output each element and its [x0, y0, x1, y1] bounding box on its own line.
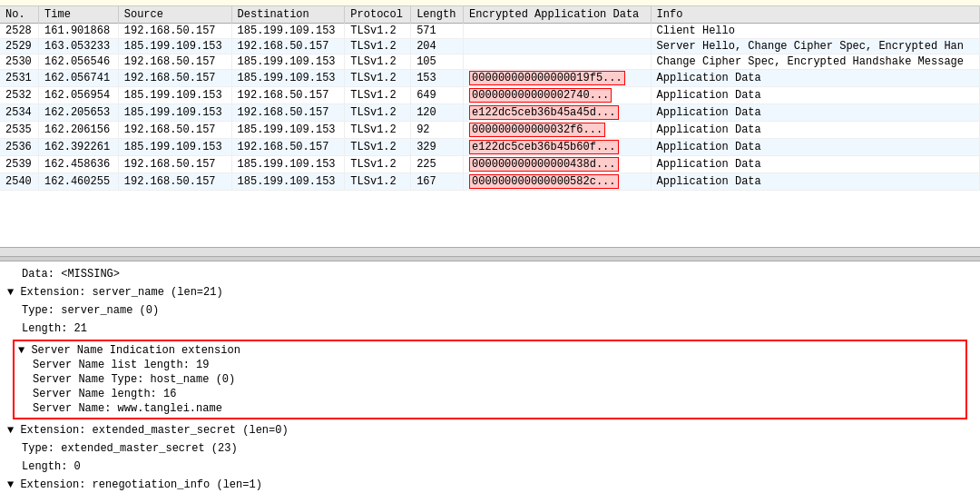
table-row[interactable]: 2535 162.206156 192.168.50.157 185.199.1…	[0, 122, 980, 139]
horizontal-scrollbar[interactable]	[0, 247, 980, 256]
detail-line: ▼ Extension: server_name (len=21)	[0, 283, 980, 301]
packet-list-pane: No. Time Source Destination Protocol Len…	[0, 6, 980, 247]
cell-no: 2535	[0, 122, 39, 139]
detail-lines-before: Data: <MISSING>▼ Extension: server_name …	[0, 265, 980, 338]
table-row[interactable]: 2528 161.901868 192.168.50.157 185.199.1…	[0, 24, 980, 39]
cell-proto: TLSv1.2	[345, 139, 411, 156]
table-row[interactable]: 2532 162.056954 185.199.109.153 192.168.…	[0, 87, 980, 104]
cell-proto: TLSv1.2	[345, 156, 411, 173]
cell-source: 185.199.109.153	[118, 39, 231, 54]
detail-line: ▼ Extension: extended_master_secret (len…	[0, 421, 980, 439]
col-time: Time	[39, 6, 119, 24]
sni-item: Server Name length: 16	[18, 387, 962, 401]
col-destination: Destination	[231, 6, 345, 24]
cell-time: 162.056954	[39, 87, 119, 104]
cell-length: 204	[411, 39, 464, 54]
cell-length: 649	[411, 87, 464, 104]
cell-time: 163.053233	[39, 39, 119, 54]
col-protocol: Protocol	[345, 6, 411, 24]
sni-item: Server Name list length: 19	[18, 358, 962, 372]
detail-line: Type: extended_master_secret (23)	[0, 439, 980, 458]
cell-no: 2540	[0, 173, 39, 191]
cell-info: Application Data	[651, 156, 979, 173]
cell-proto: TLSv1.2	[345, 173, 411, 191]
cell-source: 185.199.109.153	[118, 139, 231, 156]
cell-info: Client Hello	[651, 24, 979, 39]
cell-no: 2539	[0, 156, 39, 173]
detail-pane[interactable]: Data: <MISSING>▼ Extension: server_name …	[0, 261, 980, 493]
table-row[interactable]: 2534 162.205653 185.199.109.153 192.168.…	[0, 104, 980, 122]
cell-source: 192.168.50.157	[118, 156, 231, 173]
table-row[interactable]: 2540 162.460255 192.168.50.157 185.199.1…	[0, 173, 980, 191]
cell-dest: 192.168.50.157	[231, 39, 345, 54]
cell-encrypted: 000000000000000582c...	[464, 173, 651, 191]
cell-proto: TLSv1.2	[345, 104, 411, 122]
sni-item: Server Name: www.tanglei.name	[18, 401, 962, 416]
cell-time: 161.901868	[39, 24, 119, 39]
cell-length: 167	[411, 173, 464, 191]
encrypted-value: 000000000000000438d...	[469, 157, 618, 172]
col-encrypted: Encrypted Application Data	[464, 6, 651, 24]
detail-line: Type: server_name (0)	[0, 301, 980, 320]
cell-time: 162.056546	[39, 54, 119, 70]
cell-encrypted	[464, 39, 651, 54]
sni-box: ▼ Server Name Indication extension Serve…	[13, 340, 967, 419]
sni-item: Server Name Type: host_name (0)	[18, 372, 962, 387]
cell-encrypted	[464, 54, 651, 70]
cell-length: 153	[411, 70, 464, 87]
col-length: Length	[411, 6, 464, 24]
encrypted-value: 000000000000032f6...	[469, 123, 605, 137]
cell-no: 2529	[0, 39, 39, 54]
cell-info: Application Data	[651, 139, 979, 156]
cell-time: 162.460255	[39, 173, 119, 191]
cell-dest: 185.199.109.153	[231, 24, 345, 39]
cell-proto: TLSv1.2	[345, 54, 411, 70]
filter-bar	[0, 0, 980, 6]
sni-items: Server Name list length: 19Server Name T…	[18, 358, 962, 416]
packet-tbody: 2528 161.901868 192.168.50.157 185.199.1…	[0, 24, 980, 191]
cell-dest: 185.199.109.153	[231, 122, 345, 139]
detail-line: Length: 21	[0, 320, 980, 338]
cell-dest: 192.168.50.157	[231, 104, 345, 122]
cell-dest: 185.199.109.153	[231, 156, 345, 173]
encrypted-value: 000000000000002740...	[469, 88, 612, 103]
cell-encrypted: 000000000000032f6...	[464, 122, 651, 139]
cell-length: 225	[411, 156, 464, 173]
cell-info: Application Data	[651, 173, 979, 191]
cell-source: 192.168.50.157	[118, 24, 231, 39]
sni-header: ▼ Server Name Indication extension	[18, 343, 962, 358]
cell-proto: TLSv1.2	[345, 70, 411, 87]
col-info: Info	[651, 6, 979, 24]
cell-source: 185.199.109.153	[118, 104, 231, 122]
cell-length: 571	[411, 24, 464, 39]
table-row[interactable]: 2531 162.056741 192.168.50.157 185.199.1…	[0, 70, 980, 87]
table-row[interactable]: 2536 162.392261 185.199.109.153 192.168.…	[0, 139, 980, 156]
table-row[interactable]: 2529 163.053233 185.199.109.153 192.168.…	[0, 39, 980, 54]
col-no: No.	[0, 6, 39, 24]
cell-source: 192.168.50.157	[118, 70, 231, 87]
cell-length: 92	[411, 122, 464, 139]
table-row[interactable]: 2539 162.458636 192.168.50.157 185.199.1…	[0, 156, 980, 173]
cell-info: Application Data	[651, 87, 979, 104]
cell-encrypted: 000000000000000438d...	[464, 156, 651, 173]
cell-encrypted: e122dc5ceb36b45b60f...	[464, 139, 651, 156]
cell-proto: TLSv1.2	[345, 24, 411, 39]
cell-time: 162.458636	[39, 156, 119, 173]
cell-dest: 185.199.109.153	[231, 70, 345, 87]
cell-source: 185.199.109.153	[118, 87, 231, 104]
encrypted-value: e122dc5ceb36b45b60f...	[469, 140, 618, 154]
cell-time: 162.056741	[39, 70, 119, 87]
detail-line: ▼ Extension: renegotiation_info (len=1)	[0, 476, 980, 493]
cell-info: Application Data	[651, 70, 979, 87]
cell-encrypted	[464, 24, 651, 39]
cell-no: 2528	[0, 24, 39, 39]
encrypted-value: 000000000000000019f5...	[469, 71, 625, 85]
detail-lines-after: ▼ Extension: extended_master_secret (len…	[0, 421, 980, 493]
packet-list-scroll[interactable]: No. Time Source Destination Protocol Len…	[0, 6, 980, 247]
table-row[interactable]: 2530 162.056546 192.168.50.157 185.199.1…	[0, 54, 980, 70]
cell-time: 162.392261	[39, 139, 119, 156]
cell-proto: TLSv1.2	[345, 87, 411, 104]
cell-no: 2530	[0, 54, 39, 70]
cell-no: 2532	[0, 87, 39, 104]
cell-encrypted: 000000000000000019f5...	[464, 70, 651, 87]
